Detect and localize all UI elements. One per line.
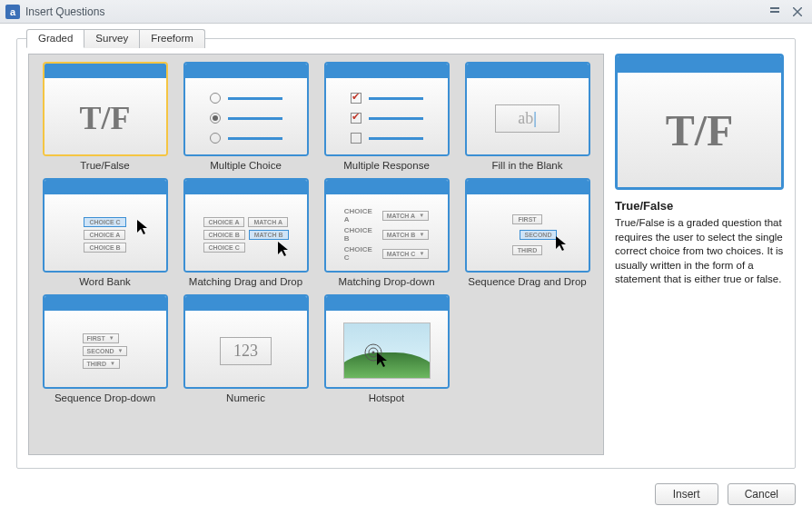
titlebar: a Insert Questions (0, 0, 812, 24)
tf-icon: T/F (666, 105, 734, 155)
detail-preview: T/F (615, 54, 784, 190)
thumb-multiple-choice (183, 62, 309, 156)
tab-strip: Graded Survey Freeform (26, 29, 205, 48)
thumb-matching-dd: CHOICE AMATCH A CHOICE BMATCH B CHOICE C… (324, 178, 450, 273)
tab-panel: Graded Survey Freeform T/F True/False (16, 38, 796, 469)
question-hotspot[interactable]: Hotspot (318, 294, 455, 407)
hotspot-icon (343, 322, 431, 379)
detail-description: True/False is a graded question that req… (615, 216, 784, 287)
question-multiple-response[interactable]: Multiple Response (318, 62, 455, 174)
window-title: Insert Questions (25, 5, 763, 18)
tab-freeform[interactable]: Freeform (139, 29, 205, 48)
cancel-button[interactable]: Cancel (728, 483, 796, 505)
question-label: Matching Drop-down (338, 276, 434, 287)
thumb-matching-dnd: CHOICE AMATCH A CHOICE BMATCH B CHOICE C (183, 178, 309, 273)
matching-dd-icon: CHOICE AMATCH A CHOICE BMATCH B CHOICE C… (344, 204, 430, 264)
question-label: Numeric (226, 392, 265, 403)
svg-point-9 (371, 352, 374, 354)
question-label: Sequence Drop-down (54, 392, 155, 403)
thumb-word-bank: CHOICE C CHOICE A CHOICE B (43, 178, 168, 273)
sequence-dnd-icon: FIRST SECOND THIRD (498, 212, 558, 258)
dialog-footer: Insert Cancel (0, 472, 812, 516)
app-icon: a (5, 5, 20, 19)
numeric-icon: 123 (220, 337, 272, 365)
cursor-icon (377, 352, 390, 369)
close-icon[interactable] (788, 5, 807, 19)
detail-title: True/False (615, 199, 784, 213)
svg-marker-6 (556, 236, 566, 251)
content-area: Graded Survey Freeform T/F True/False (0, 24, 812, 472)
radio-list-icon (210, 93, 282, 144)
detail-pane: T/F True/False True/False is a graded qu… (615, 54, 784, 462)
question-label: Hotspot (369, 392, 405, 403)
minimize-icon[interactable] (767, 5, 785, 19)
sequence-dd-icon: FIRST SECOND THIRD (83, 331, 128, 372)
question-word-bank[interactable]: CHOICE C CHOICE A CHOICE B Word Bank (36, 178, 173, 291)
question-label: Word Bank (79, 276, 131, 287)
checkbox-list-icon (351, 93, 423, 144)
question-true-false[interactable]: T/F True/False (36, 62, 173, 174)
thumb-numeric: 123 (183, 294, 309, 389)
thumb-sequence-dd: FIRST SECOND THIRD (43, 294, 168, 389)
thumb-multiple-response (324, 62, 450, 156)
svg-marker-4 (137, 220, 147, 234)
question-sequence-drag-drop[interactable]: FIRST SECOND THIRD Sequence Drag and Dro… (459, 178, 596, 291)
svg-marker-10 (377, 352, 387, 367)
svg-rect-1 (770, 7, 779, 9)
question-label: Multiple Response (343, 160, 430, 171)
cursor-icon (278, 242, 291, 258)
question-numeric[interactable]: 123 Numeric (177, 294, 314, 407)
thumb-true-false: T/F (43, 62, 168, 156)
question-sequence-dropdown[interactable]: FIRST SECOND THIRD Sequence Drop-down (36, 294, 173, 407)
insert-button[interactable]: Insert (655, 483, 718, 505)
tab-survey[interactable]: Survey (84, 29, 140, 48)
question-label: Sequence Drag and Drop (468, 276, 586, 287)
blank-icon: ab| (495, 104, 559, 133)
tab-graded[interactable]: Graded (26, 29, 84, 48)
app-icon-letter: a (10, 6, 15, 17)
svg-rect-0 (770, 11, 779, 13)
thumb-hotspot (324, 294, 450, 389)
svg-marker-5 (278, 242, 288, 256)
question-multiple-choice[interactable]: Multiple Choice (177, 62, 314, 174)
question-label: Fill in the Blank (492, 160, 563, 171)
word-bank-icon: CHOICE C CHOICE A CHOICE B (84, 214, 125, 255)
question-fill-in-the-blank[interactable]: ab| Fill in the Blank (459, 62, 596, 174)
thumb-fill-blank: ab| (465, 62, 590, 156)
question-grid: T/F True/False (28, 54, 604, 455)
question-label: Matching Drag and Drop (189, 276, 302, 287)
question-label: True/False (80, 160, 130, 171)
question-label: Multiple Choice (210, 160, 282, 171)
question-matching-dropdown[interactable]: CHOICE AMATCH A CHOICE BMATCH B CHOICE C… (318, 178, 455, 291)
thumb-sequence-dnd: FIRST SECOND THIRD (465, 178, 590, 273)
cursor-icon (137, 220, 150, 236)
tf-icon: T/F (79, 99, 130, 137)
matching-dnd-icon: CHOICE AMATCH A CHOICE BMATCH B CHOICE C (203, 214, 289, 255)
question-matching-drag-drop[interactable]: CHOICE AMATCH A CHOICE BMATCH B CHOICE C… (177, 178, 314, 291)
cursor-icon (556, 236, 569, 253)
